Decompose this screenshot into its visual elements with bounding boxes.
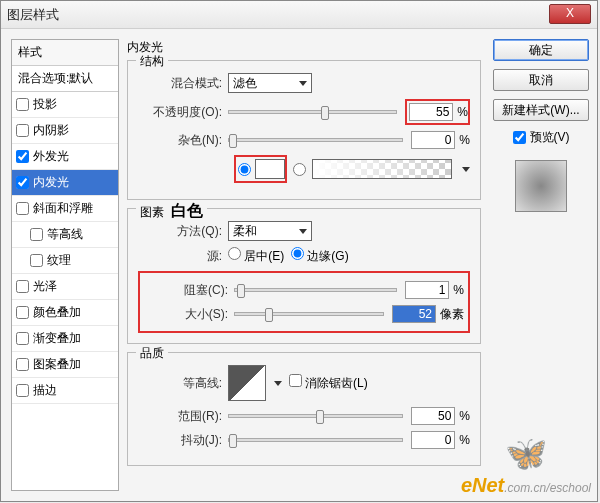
checkbox-inner-glow[interactable]: [16, 176, 29, 189]
noise-input[interactable]: [411, 131, 455, 149]
checkbox-gradient-overlay[interactable]: [16, 332, 29, 345]
sidebar-item-contour[interactable]: 等高线: [12, 222, 118, 248]
sidebar-item-color-overlay[interactable]: 颜色叠加: [12, 300, 118, 326]
checkbox-bevel[interactable]: [16, 202, 29, 215]
checkbox-color-overlay[interactable]: [16, 306, 29, 319]
range-slider[interactable]: [228, 414, 403, 418]
sidebar-item-texture[interactable]: 纹理: [12, 248, 118, 274]
structure-group: 结构 混合模式: 滤色 不透明度(O): % 杂色(N):: [127, 60, 481, 200]
checkbox-contour[interactable]: [30, 228, 43, 241]
titlebar: 图层样式 X: [1, 1, 597, 29]
new-style-button[interactable]: 新建样式(W)...: [493, 99, 589, 121]
size-slider[interactable]: [234, 312, 384, 316]
checkbox-drop-shadow[interactable]: [16, 98, 29, 111]
cancel-button[interactable]: 取消: [493, 69, 589, 91]
source-edge-radio[interactable]: 边缘(G): [291, 247, 349, 265]
chevron-down-icon[interactable]: [462, 167, 470, 172]
choke-input[interactable]: [405, 281, 449, 299]
chevron-down-icon: [299, 81, 307, 86]
butterfly-icon: 🦋: [505, 433, 547, 473]
opacity-slider[interactable]: [228, 110, 397, 114]
range-input[interactable]: [411, 407, 455, 425]
quality-group: 品质 等高线: 消除锯齿(L) 范围(R): % 抖动(J): %: [127, 352, 481, 466]
sidebar-item-inner-glow[interactable]: 内发光: [12, 170, 118, 196]
noise-label: 杂色(N):: [138, 132, 222, 149]
color-highlight: [234, 155, 287, 183]
choke-label: 阻塞(C):: [144, 282, 228, 299]
jitter-input[interactable]: [411, 431, 455, 449]
source-label: 源:: [138, 248, 222, 265]
blend-mode-label: 混合模式:: [138, 75, 222, 92]
preview-swatch: [515, 160, 567, 212]
sidebar-item-satin[interactable]: 光泽: [12, 274, 118, 300]
gradient-preview[interactable]: [312, 159, 452, 179]
elements-title: 图素 白色: [136, 201, 207, 222]
choke-size-highlight: 阻塞(C): % 大小(S): 像素: [138, 271, 470, 333]
structure-title: 结构: [136, 53, 168, 70]
opacity-label: 不透明度(O):: [138, 104, 222, 121]
preview-check[interactable]: 预览(V): [493, 129, 589, 146]
sidebar-item-inner-shadow[interactable]: 内阴影: [12, 118, 118, 144]
size-label: 大小(S):: [144, 306, 228, 323]
checkbox-pattern-overlay[interactable]: [16, 358, 29, 371]
method-combo[interactable]: 柔和: [228, 221, 312, 241]
close-button[interactable]: X: [549, 4, 591, 24]
noise-slider[interactable]: [228, 138, 403, 142]
anti-alias-check[interactable]: 消除锯齿(L): [289, 374, 368, 392]
blend-mode-combo[interactable]: 滤色: [228, 73, 312, 93]
opacity-input[interactable]: [409, 103, 453, 121]
contour-picker[interactable]: [228, 365, 266, 401]
contour-label: 等高线:: [138, 375, 222, 392]
chevron-down-icon[interactable]: [274, 381, 282, 386]
jitter-label: 抖动(J):: [138, 432, 222, 449]
sidebar-item-drop-shadow[interactable]: 投影: [12, 92, 118, 118]
checkbox-texture[interactable]: [30, 254, 43, 267]
sidebar-item-bevel[interactable]: 斜面和浮雕: [12, 196, 118, 222]
checkbox-stroke[interactable]: [16, 384, 29, 397]
main-panel: 内发光 结构 混合模式: 滤色 不透明度(O): % 杂色(N):: [119, 39, 489, 491]
sidebar-header: 样式: [12, 40, 118, 66]
range-label: 范围(R):: [138, 408, 222, 425]
sidebar-item-stroke[interactable]: 描边: [12, 378, 118, 404]
method-label: 方法(Q):: [138, 223, 222, 240]
color-radio[interactable]: [238, 163, 251, 176]
chevron-down-icon: [299, 229, 307, 234]
right-column: 确定 取消 新建样式(W)... 预览(V): [489, 39, 589, 491]
checkbox-satin[interactable]: [16, 280, 29, 293]
jitter-slider[interactable]: [228, 438, 403, 442]
gradient-radio[interactable]: [293, 163, 306, 176]
color-swatch[interactable]: [255, 159, 285, 179]
window-title: 图层样式: [7, 6, 59, 24]
choke-slider[interactable]: [234, 288, 397, 292]
sidebar-item-gradient-overlay[interactable]: 渐变叠加: [12, 326, 118, 352]
watermark: eNet.com.cn/eschool: [461, 474, 591, 497]
sidebar-item-outer-glow[interactable]: 外发光: [12, 144, 118, 170]
opacity-highlight: %: [405, 99, 470, 125]
panel-title: 内发光: [127, 39, 481, 56]
styles-sidebar: 样式 混合选项:默认 投影 内阴影 外发光 内发光 斜面和浮雕 等高线 纹理 光…: [11, 39, 119, 491]
sidebar-item-pattern-overlay[interactable]: 图案叠加: [12, 352, 118, 378]
ok-button[interactable]: 确定: [493, 39, 589, 61]
source-center-radio[interactable]: 居中(E): [228, 247, 284, 265]
elements-group: 图素 白色 方法(Q): 柔和 源: 居中(E) 边缘(G) 阻塞(C): %: [127, 208, 481, 344]
checkbox-outer-glow[interactable]: [16, 150, 29, 163]
blend-options-item[interactable]: 混合选项:默认: [12, 66, 118, 92]
checkbox-inner-shadow[interactable]: [16, 124, 29, 137]
quality-title: 品质: [136, 345, 168, 362]
size-input[interactable]: [392, 305, 436, 323]
